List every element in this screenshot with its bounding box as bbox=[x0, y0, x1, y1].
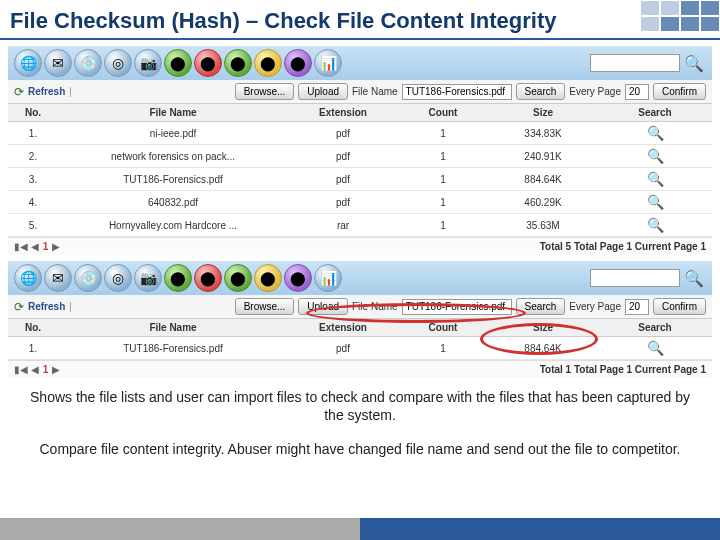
col-count: Count bbox=[398, 104, 488, 122]
pager-page[interactable]: 1 bbox=[43, 364, 49, 375]
globe-icon[interactable]: 🌐 bbox=[14, 264, 42, 292]
disc-icon[interactable]: 💿 bbox=[74, 264, 102, 292]
magnify-icon[interactable]: 🔍 bbox=[647, 340, 664, 356]
table-row: 5.Hornyvalley.com Hardcore ...rar135.63M… bbox=[8, 214, 712, 237]
panel-bottom: 🌐 ✉ 💿 ◎ 📷 ⬤ ⬤ ⬤ ⬤ ⬤ 📊 🔍 ⟳ Refresh | Brow… bbox=[8, 261, 712, 378]
col-filename: File Name bbox=[58, 104, 288, 122]
cell-count: 1 bbox=[398, 145, 488, 168]
magnify-icon[interactable]: 🔍 bbox=[647, 171, 664, 187]
cell-count: 1 bbox=[398, 122, 488, 145]
everypage-label: Every Page bbox=[569, 301, 621, 312]
green2-icon[interactable]: ⬤ bbox=[224, 264, 252, 292]
magnify-icon[interactable]: 🔍 bbox=[647, 194, 664, 210]
search-button[interactable]: Search bbox=[516, 298, 566, 315]
chart-icon[interactable]: 📊 bbox=[314, 49, 342, 77]
search-button[interactable]: Search bbox=[516, 83, 566, 100]
filename-input[interactable] bbox=[402, 84, 512, 100]
chart-icon[interactable]: 📊 bbox=[314, 264, 342, 292]
cell-filename: Hornyvalley.com Hardcore ... bbox=[58, 214, 288, 237]
pager-page[interactable]: 1 bbox=[43, 241, 49, 252]
cell-no: 4. bbox=[8, 191, 58, 214]
cell-filename: ni-ieee.pdf bbox=[58, 122, 288, 145]
confirm-button[interactable]: Confirm bbox=[653, 298, 706, 315]
pagesize-input[interactable] bbox=[625, 299, 649, 315]
yellow-icon[interactable]: ⬤ bbox=[254, 49, 282, 77]
target-icon[interactable]: ◎ bbox=[104, 264, 132, 292]
cell-filename: TUT186-Forensics.pdf bbox=[58, 337, 288, 360]
green-icon[interactable]: ⬤ bbox=[164, 49, 192, 77]
refresh-icon[interactable]: ⟳ bbox=[14, 85, 24, 99]
col-search: Search bbox=[598, 104, 712, 122]
col-ext: Extension bbox=[288, 104, 398, 122]
globe-icon[interactable]: 🌐 bbox=[14, 49, 42, 77]
pager-2: ▮◀ ◀ 1 ▶ Total 1 Total Page 1 Current Pa… bbox=[8, 360, 712, 378]
cell-no: 1. bbox=[8, 122, 58, 145]
cell-ext: pdf bbox=[288, 191, 398, 214]
file-table-1: No. File Name Extension Count Size Searc… bbox=[8, 103, 712, 237]
browse-button[interactable]: Browse... bbox=[235, 298, 295, 315]
search-icon[interactable]: 🔍 bbox=[682, 266, 706, 290]
refresh-link[interactable]: Refresh bbox=[28, 301, 65, 312]
cell-size: 35.63M bbox=[488, 214, 598, 237]
pager-1: ▮◀ ◀ 1 ▶ Total 5 Total Page 1 Current Pa… bbox=[8, 237, 712, 255]
decorative-corner bbox=[640, 0, 720, 32]
cell-ext: pdf bbox=[288, 168, 398, 191]
red-icon[interactable]: ⬤ bbox=[194, 264, 222, 292]
magnify-icon[interactable]: 🔍 bbox=[647, 217, 664, 233]
red-icon[interactable]: ⬤ bbox=[194, 49, 222, 77]
file-table-2: No. File Name Extension Count Size Searc… bbox=[8, 318, 712, 360]
purple-icon[interactable]: ⬤ bbox=[284, 49, 312, 77]
pager-arrows[interactable]: ▮◀ ◀ bbox=[14, 241, 39, 252]
refresh-link[interactable]: Refresh bbox=[28, 86, 65, 97]
page-title: File Checksum (Hash) – Check File Conten… bbox=[0, 0, 720, 40]
green2-icon[interactable]: ⬤ bbox=[224, 49, 252, 77]
magnify-icon[interactable]: 🔍 bbox=[647, 125, 664, 141]
refresh-icon[interactable]: ⟳ bbox=[14, 300, 24, 314]
col-size: Size bbox=[488, 319, 598, 337]
cell-no: 1. bbox=[8, 337, 58, 360]
col-count: Count bbox=[398, 319, 488, 337]
pagesize-input[interactable] bbox=[625, 84, 649, 100]
magnify-icon[interactable]: 🔍 bbox=[647, 148, 664, 164]
pager-arrows-next[interactable]: ▶ bbox=[52, 241, 60, 252]
pager-status: Total 1 Total Page 1 Current Page 1 bbox=[540, 364, 706, 375]
table-row: 1.TUT186-Forensics.pdfpdf1884.64K🔍 bbox=[8, 337, 712, 360]
controls-bar: ⟳ Refresh | Browse... Upload File Name S… bbox=[8, 80, 712, 103]
cell-size: 334.83K bbox=[488, 122, 598, 145]
purple-icon[interactable]: ⬤ bbox=[284, 264, 312, 292]
caption-1: Shows the file lists and user can import… bbox=[0, 378, 720, 430]
confirm-button[interactable]: Confirm bbox=[653, 83, 706, 100]
browse-button[interactable]: Browse... bbox=[235, 83, 295, 100]
panel-top: 🌐 ✉ 💿 ◎ 📷 ⬤ ⬤ ⬤ ⬤ ⬤ 📊 🔍 ⟳ Refresh | Brow… bbox=[8, 46, 712, 255]
disc-icon[interactable]: 💿 bbox=[74, 49, 102, 77]
upload-button[interactable]: Upload bbox=[298, 298, 348, 315]
cell-size: 884.64K bbox=[488, 168, 598, 191]
cell-count: 1 bbox=[398, 214, 488, 237]
mail-icon[interactable]: ✉ bbox=[44, 264, 72, 292]
controls-bar-2: ⟳ Refresh | Browse... Upload File Name S… bbox=[8, 295, 712, 318]
target-icon[interactable]: ◎ bbox=[104, 49, 132, 77]
col-size: Size bbox=[488, 104, 598, 122]
mail-icon[interactable]: ✉ bbox=[44, 49, 72, 77]
toolbar-search-input[interactable] bbox=[590, 54, 680, 72]
cell-count: 1 bbox=[398, 191, 488, 214]
green-icon[interactable]: ⬤ bbox=[164, 264, 192, 292]
toolbar-search-input[interactable] bbox=[590, 269, 680, 287]
search-icon[interactable]: 🔍 bbox=[682, 51, 706, 75]
camera-icon[interactable]: 📷 bbox=[134, 264, 162, 292]
filename-input-2[interactable] bbox=[402, 299, 512, 315]
cell-ext: pdf bbox=[288, 122, 398, 145]
upload-button[interactable]: Upload bbox=[298, 83, 348, 100]
yellow-icon[interactable]: ⬤ bbox=[254, 264, 282, 292]
cell-ext: rar bbox=[288, 214, 398, 237]
col-search: Search bbox=[598, 319, 712, 337]
filename-label: File Name bbox=[352, 301, 398, 312]
pager-arrows[interactable]: ▮◀ ◀ bbox=[14, 364, 39, 375]
pager-arrows-next[interactable]: ▶ bbox=[52, 364, 60, 375]
cell-filename: TUT186-Forensics.pdf bbox=[58, 168, 288, 191]
toolbar: 🌐 ✉ 💿 ◎ 📷 ⬤ ⬤ ⬤ ⬤ ⬤ 📊 🔍 bbox=[8, 46, 712, 80]
cell-count: 1 bbox=[398, 337, 488, 360]
camera-icon[interactable]: 📷 bbox=[134, 49, 162, 77]
table-row: 1.ni-ieee.pdfpdf1334.83K🔍 bbox=[8, 122, 712, 145]
table-row: 3.TUT186-Forensics.pdfpdf1884.64K🔍 bbox=[8, 168, 712, 191]
